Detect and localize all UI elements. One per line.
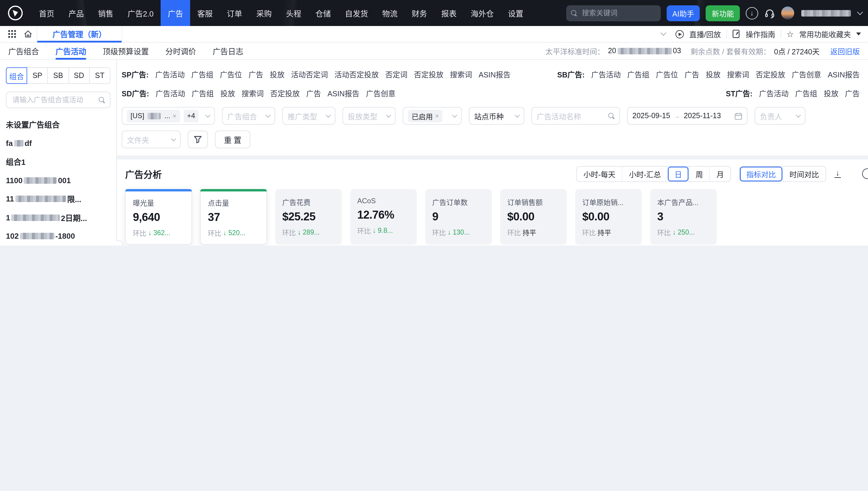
view-月[interactable]: 月 (709, 166, 731, 181)
sidebar-search[interactable] (6, 92, 111, 108)
favorites-caret-icon[interactable] (856, 32, 861, 35)
tab-ad-management-new[interactable]: 广告管理（新） (37, 26, 122, 42)
nav-item-10[interactable]: 仓储 (308, 0, 338, 26)
home-icon[interactable] (23, 29, 33, 39)
metric-card-1[interactable]: 曝光量9,640环比↓362... (125, 189, 192, 244)
report-link[interactable]: 活动否定投放 (335, 68, 379, 80)
back-to-old-link[interactable]: 返回旧版 (830, 45, 860, 56)
metric-card-5[interactable]: 广告订单数9环比↓130... (425, 189, 492, 244)
report-link[interactable]: 投放 (270, 68, 285, 80)
report-link[interactable]: 广告活动 (156, 87, 185, 98)
campaign-name-filter[interactable]: 广告活动名称 (531, 107, 620, 125)
reset-button[interactable]: 重 置 (215, 131, 250, 148)
global-search[interactable] (566, 5, 660, 21)
metric-card-3[interactable]: 广告花费$25.25环比↓289... (275, 189, 342, 244)
clipped-tool-icon[interactable] (862, 168, 868, 179)
advanced-filter-button[interactable] (188, 131, 208, 148)
collapse-chevron-icon[interactable] (661, 30, 666, 36)
view-周[interactable]: 周 (688, 166, 709, 181)
user-avatar[interactable] (781, 6, 794, 20)
report-link[interactable]: ASIN报告 (478, 68, 510, 80)
module-tab-4[interactable]: 分时调价 (165, 42, 196, 59)
remove-account-icon[interactable]: × (173, 112, 177, 119)
portfolio-item-5[interactable]: 11限... (6, 190, 111, 208)
promo-type-select[interactable]: 推广类型 (282, 107, 335, 125)
report-link[interactable]: 广告活动 (759, 87, 788, 98)
report-link[interactable]: 广告组 (191, 68, 213, 80)
report-link[interactable]: 广告 (845, 87, 860, 98)
report-link[interactable]: 广告组 (795, 87, 817, 98)
report-link[interactable]: 搜索词 (450, 68, 472, 80)
portfolio-item-3[interactable]: 组合1 (6, 152, 111, 171)
ai-assistant-button[interactable]: AI助手 (666, 5, 700, 21)
report-link[interactable]: 活动否定词 (291, 68, 328, 80)
sidebar-tab-SB[interactable]: SB (48, 67, 69, 84)
new-features-button[interactable]: 新功能 (706, 5, 740, 21)
nav-item-2[interactable]: 产品 (61, 0, 91, 26)
nav-item-15[interactable]: 海外仓 (464, 0, 501, 26)
nav-item-5[interactable]: 广告 (161, 0, 190, 26)
chart-download-icon[interactable]: ↓ (834, 170, 841, 178)
report-link[interactable]: 否定投放 (414, 68, 443, 80)
guide-link[interactable]: 操作指南 (746, 28, 775, 39)
portfolio-select[interactable]: 广告组合 (222, 107, 275, 125)
metric-card-4[interactable]: ACoS12.76%环比↓9.8... (350, 189, 417, 244)
app-logo-icon[interactable] (7, 5, 24, 21)
module-tab-2[interactable]: 广告活动 (56, 42, 86, 59)
view-小时-每天[interactable]: 小时-每天 (577, 166, 622, 181)
portfolio-item-4[interactable]: 1100001 (6, 171, 111, 190)
status-select[interactable]: 已启用× (403, 107, 462, 125)
remove-status-icon[interactable]: × (435, 112, 439, 119)
report-link[interactable]: 投放 (706, 68, 721, 80)
report-link[interactable]: 搜索词 (727, 68, 749, 80)
owner-select[interactable]: 负责人 (755, 107, 805, 125)
report-link[interactable]: 广告活动 (591, 68, 621, 80)
nav-item-4[interactable]: 广告2.0 (120, 0, 161, 26)
portfolio-item-7[interactable]: 102-1800 (6, 227, 111, 246)
download-center-icon[interactable]: ↓ (746, 7, 758, 19)
nav-item-3[interactable]: 销售 (91, 0, 120, 26)
sidebar-search-input[interactable] (11, 95, 95, 105)
report-link[interactable]: 搜索词 (242, 87, 264, 98)
account-chevron-down-icon[interactable] (857, 9, 863, 15)
report-link[interactable]: 广告活动 (155, 68, 185, 80)
module-tab-3[interactable]: 顶级预算设置 (103, 42, 149, 59)
report-link[interactable]: 否定词 (385, 68, 407, 80)
account-more-chip[interactable]: +4 (184, 110, 199, 122)
targeting-type-select[interactable]: 投放类型 (342, 107, 396, 125)
nav-item-7[interactable]: 订单 (220, 0, 249, 26)
report-link[interactable]: 广告组 (192, 87, 214, 98)
module-tab-5[interactable]: 广告日志 (213, 42, 243, 59)
report-link[interactable]: ASIN报告 (828, 68, 860, 80)
portfolio-item-2[interactable]: fadf (6, 134, 111, 152)
nav-item-8[interactable]: 采购 (249, 0, 279, 26)
nav-item-13[interactable]: 财务 (405, 0, 434, 26)
metric-card-7[interactable]: 订单原始销...$0.00环比持平 (575, 189, 642, 244)
nav-item-14[interactable]: 报表 (434, 0, 464, 26)
metric-card-8[interactable]: 本广告产品...3环比↓250... (650, 189, 717, 244)
headset-icon[interactable] (764, 7, 775, 19)
sidebar-tab-SP[interactable]: SP (27, 67, 48, 84)
nav-item-16[interactable]: 设置 (501, 0, 531, 26)
site-currency-select[interactable]: 站点币种 (469, 107, 524, 125)
portfolio-item-1[interactable]: 未设置广告组合 (6, 115, 111, 134)
nav-item-11[interactable]: 自发货 (338, 0, 375, 26)
report-link[interactable]: 广告创意 (792, 68, 822, 80)
report-link[interactable]: 广告 (249, 68, 264, 80)
report-link[interactable]: 否定投放 (270, 87, 300, 98)
report-link[interactable]: 广告组 (627, 68, 649, 80)
metric-card-6[interactable]: 订单销售额$0.00环比持平 (500, 189, 567, 244)
compare-指标对比[interactable]: 指标对比 (740, 166, 782, 181)
favorites-link[interactable]: 常用功能收藏夹 (799, 28, 851, 39)
report-link[interactable]: 广告位 (220, 68, 242, 80)
portfolio-item-6[interactable]: 12日期... (6, 208, 111, 227)
report-link[interactable]: 否定投放 (756, 68, 785, 80)
report-link[interactable]: 广告 (684, 68, 699, 80)
view-小时-汇总[interactable]: 小时-汇总 (622, 166, 668, 181)
nav-item-9[interactable]: 头程 (279, 0, 308, 26)
sidebar-tab-组合[interactable]: 组合 (6, 67, 27, 84)
compare-时间对比[interactable]: 时间对比 (782, 166, 826, 181)
view-日[interactable]: 日 (668, 166, 688, 181)
sidebar-collapse-handle[interactable] (116, 240, 123, 246)
metric-card-2[interactable]: 点击量37环比↓520... (200, 189, 267, 244)
